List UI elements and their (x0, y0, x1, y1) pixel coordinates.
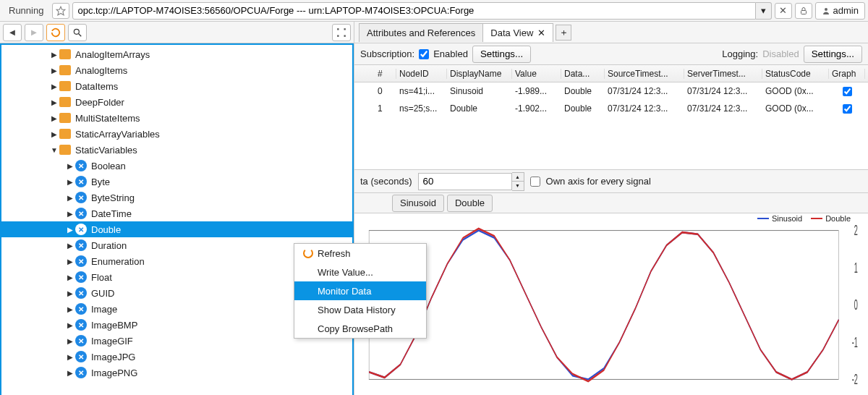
tree-item-staticarrayvariables[interactable]: ▶StaticArrayVariables (1, 126, 352, 142)
ctx-copy-browsepath[interactable]: Copy BrowsePath (294, 319, 426, 338)
twisty-icon[interactable]: ▶ (65, 337, 75, 345)
favorite-button[interactable] (52, 3, 69, 19)
variable-icon: ✕ (75, 287, 87, 299)
logging-settings-button[interactable]: Settings... (804, 46, 862, 63)
twisty-icon[interactable]: ▶ (65, 289, 75, 297)
twisty-icon[interactable]: ▶ (49, 98, 59, 106)
subscription-enabled-checkbox[interactable] (419, 49, 429, 59)
series-tab-double[interactable]: Double (447, 195, 493, 212)
cell: GOOD (0x... (762, 86, 829, 96)
tree-item-datetime[interactable]: ▶✕DateTime (1, 205, 352, 221)
col-header[interactable]: Value (512, 69, 561, 79)
user-label: admin (833, 5, 859, 16)
variable-icon: ✕ (75, 224, 87, 235)
tree-item-dataitems[interactable]: ▶DataItems (1, 78, 352, 94)
refresh-button[interactable] (46, 24, 65, 41)
forward-button[interactable]: ► (25, 24, 43, 41)
tree-item-imagejpg[interactable]: ▶✕ImageJPG (1, 349, 352, 365)
twisty-icon[interactable]: ▶ (65, 226, 75, 234)
subscription-settings-button[interactable]: Settings... (472, 46, 531, 63)
tree-item-imagepng[interactable]: ▶✕ImagePNG (1, 365, 352, 381)
tree-item-label: Double (91, 224, 121, 235)
variable-icon: ✕ (75, 319, 87, 331)
variable-icon: ✕ (75, 255, 87, 267)
twisty-icon[interactable]: ▼ (49, 146, 59, 154)
twisty-icon[interactable]: ▶ (65, 194, 75, 202)
ctx-label: Monitor Data (318, 286, 371, 297)
back-button[interactable]: ◄ (3, 24, 22, 41)
tree-item-double[interactable]: ▶✕Double (1, 221, 352, 237)
tree-item-staticvariables[interactable]: ▼StaticVariables (1, 142, 352, 158)
left-pane: ◄ ► ▶AnalogItemArrays▶AnalogItems▶DataIt… (0, 22, 354, 395)
col-header[interactable]: Data... (561, 69, 605, 79)
lock-button[interactable] (795, 3, 812, 19)
ctx-monitor-data[interactable]: Monitor Data (294, 281, 426, 300)
close-button[interactable]: ✕ (775, 3, 792, 19)
tab-label: Data View (490, 27, 533, 38)
tree-item-label: ImageJPG (91, 352, 135, 362)
twisty-icon[interactable]: ▶ (65, 162, 75, 170)
col-header[interactable]: ServerTimest... (684, 69, 762, 79)
table-row[interactable]: 1ns=25;s...Double-1.902...Double07/31/24… (354, 100, 868, 117)
col-header[interactable]: DisplayName (447, 69, 512, 79)
right-tabs: Attributes and References Data View✕ ＋ (354, 22, 868, 43)
svg-text:0: 0 (854, 297, 858, 313)
add-tab-button[interactable]: ＋ (556, 25, 571, 41)
ctx-refresh[interactable]: Refresh (294, 244, 426, 263)
twisty-icon[interactable]: ▶ (49, 82, 59, 90)
ctx-show-data-history[interactable]: Show Data History (294, 300, 426, 319)
tree-item-label: Duration (91, 240, 127, 251)
right-pane: Attributes and References Data View✕ ＋ S… (354, 22, 868, 395)
user-button[interactable]: admin (815, 2, 865, 20)
browse-tree[interactable]: ▶AnalogItemArrays▶AnalogItems▶DataItems▶… (0, 43, 354, 395)
twisty-icon[interactable]: ▶ (65, 305, 75, 313)
col-header[interactable]: SourceTimest... (605, 69, 684, 79)
tree-item-bytestring[interactable]: ▶✕ByteString (1, 190, 352, 205)
ctx-label: Copy BrowsePath (318, 323, 393, 334)
twisty-icon[interactable]: ▶ (49, 114, 59, 122)
twisty-icon[interactable]: ▶ (49, 67, 59, 75)
twisty-icon[interactable]: ▶ (65, 321, 75, 329)
twisty-icon[interactable]: ▶ (49, 130, 59, 138)
twisty-icon[interactable]: ▶ (65, 242, 75, 250)
tree-item-multistateitems[interactable]: ▶MultiStateItems (1, 110, 352, 126)
spin-down[interactable]: ▼ (512, 182, 524, 190)
col-header[interactable]: # (375, 69, 396, 79)
tree-item-label: Enumeration (91, 256, 145, 267)
address-dropdown[interactable]: ▾ (756, 2, 772, 20)
twisty-icon[interactable]: ▶ (65, 210, 75, 218)
twisty-icon[interactable]: ▶ (65, 273, 75, 281)
twisty-icon[interactable]: ▶ (65, 258, 75, 266)
graph-checkbox[interactable] (843, 104, 852, 114)
tab-attributes[interactable]: Attributes and References (359, 23, 483, 42)
cell: -1.902... (512, 103, 561, 114)
spin-up[interactable]: ▲ (512, 173, 524, 182)
seconds-input[interactable] (418, 173, 512, 190)
ownaxis-checkbox[interactable] (530, 177, 540, 187)
close-icon[interactable]: ✕ (537, 27, 545, 38)
tree-item-byte[interactable]: ▶✕Byte (1, 174, 352, 190)
address-input[interactable] (72, 2, 755, 20)
graph-checkbox[interactable] (843, 87, 852, 96)
twisty-icon[interactable]: ▶ (49, 51, 59, 59)
svg-rect-8 (344, 35, 346, 36)
twisty-icon[interactable]: ▶ (65, 178, 75, 186)
tree-item-deepfolder[interactable]: ▶DeepFolder (1, 94, 352, 110)
tab-dataview[interactable]: Data View✕ (482, 23, 553, 42)
series-tab-sinusoid[interactable]: Sinusoid (392, 195, 444, 212)
tree-item-boolean[interactable]: ▶✕Boolean (1, 158, 352, 174)
col-header[interactable]: NodeID (396, 69, 447, 79)
twisty-icon[interactable]: ▶ (65, 353, 75, 361)
table-row[interactable]: 0ns=41;i...Sinusoid-1.989...Double07/31/… (354, 82, 868, 100)
col-header[interactable]: Graph (829, 69, 865, 79)
tree-item-analogitems[interactable]: ▶AnalogItems (1, 62, 352, 78)
cell: Double (561, 86, 605, 96)
twisty-icon[interactable]: ▶ (65, 369, 75, 377)
search-button[interactable] (68, 24, 87, 41)
cell: 0 (375, 86, 396, 96)
tree-item-analogitemarrays[interactable]: ▶AnalogItemArrays (1, 46, 352, 62)
expand-button[interactable] (332, 24, 351, 41)
variable-icon: ✕ (75, 335, 87, 347)
ctx-write-value-[interactable]: Write Value... (294, 263, 426, 281)
col-header[interactable]: StatusCode (762, 69, 829, 79)
